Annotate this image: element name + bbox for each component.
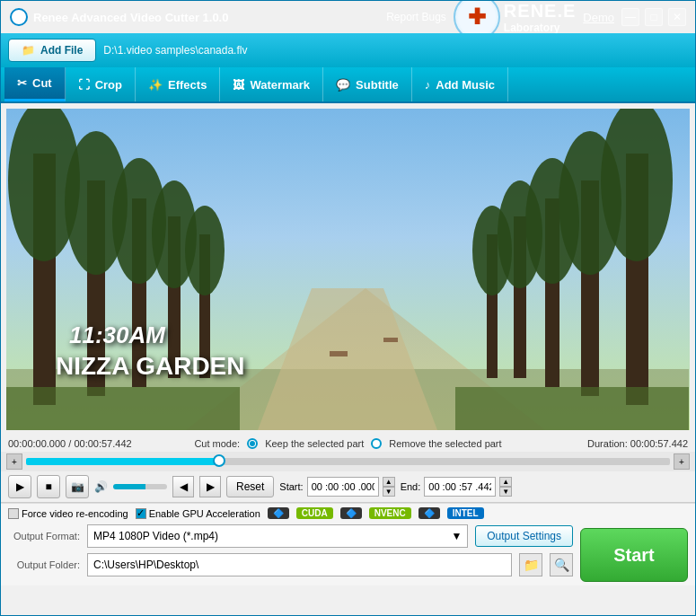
bottom-area: Force video re-encoding ✓ Enable GPU Acc… xyxy=(1,503,695,585)
volume-slider[interactable] xyxy=(113,484,167,489)
start-button[interactable]: Start xyxy=(580,528,688,582)
output-format-value: MP4 1080P Video (*.mp4) xyxy=(93,530,218,542)
keep-selected-label: Keep the selected part xyxy=(265,438,364,449)
remove-selected-radio[interactable] xyxy=(371,438,382,449)
output-folder-row: Output Folder: C:\Users\HP\Desktop\ 📁 🔍 xyxy=(8,553,573,576)
subtitle-label: Subtitle xyxy=(356,78,399,92)
end-time-input[interactable] xyxy=(424,477,496,497)
output-format-select[interactable]: MP4 1080P Video (*.mp4) ▼ xyxy=(87,524,468,548)
dropdown-arrow-icon: ▼ xyxy=(451,530,462,542)
add-music-label: Add Music xyxy=(436,78,495,92)
video-preview: 11:30AM NIZZA GARDEN xyxy=(6,109,690,430)
end-time-up[interactable]: ▲ xyxy=(499,477,512,487)
cut-mode-label: Cut mode: xyxy=(194,438,240,449)
gpu-acceleration-checkbox[interactable]: ✓ Enable GPU Acceleration xyxy=(136,508,260,519)
toolbar: ✂ Cut ⛶ Crop ✨ Effects 🖼 Watermark 💬 Sub… xyxy=(1,67,695,103)
playback-controls: ▶ ■ 📷 🔊 ◀ ▶ Reset Start: ▲ ▼ End: ▲ ▼ xyxy=(1,471,695,503)
svg-point-22 xyxy=(472,206,512,295)
add-file-button[interactable]: 📁 Add File xyxy=(8,39,96,62)
start-label: Start: xyxy=(279,481,303,492)
gpu-brand-icon: 🔷 xyxy=(268,507,289,519)
window-controls: — □ ✕ xyxy=(621,8,686,26)
svg-rect-25 xyxy=(383,338,398,342)
nvenc-icon: 🔷 xyxy=(340,507,362,519)
video-background xyxy=(6,109,690,430)
maximize-button[interactable]: □ xyxy=(645,8,663,26)
timeline-info: 00:00:00.000 / 00:00:57.442 Cut mode: Ke… xyxy=(1,436,695,452)
lab-name: Laboratory xyxy=(504,22,560,34)
stop-button[interactable]: ■ xyxy=(37,475,60,498)
play-button[interactable]: ▶ xyxy=(8,475,31,498)
main-window: Renee Advanced Video Cutter 1.0.0 Report… xyxy=(0,0,696,616)
svg-rect-26 xyxy=(6,387,240,430)
browse-folder-button[interactable]: 📁 xyxy=(519,553,542,576)
toolbar-effects[interactable]: ✨ Effects xyxy=(136,67,220,101)
effects-label: Effects xyxy=(168,78,207,92)
cut-icon: ✂ xyxy=(17,76,27,90)
renee-name: RENE.E xyxy=(504,1,576,22)
bottom-row: Force video re-encoding ✓ Enable GPU Acc… xyxy=(8,507,688,582)
output-settings-button[interactable]: Output Settings xyxy=(475,525,573,547)
svg-point-12 xyxy=(185,206,225,295)
start-time-down[interactable]: ▼ xyxy=(383,487,395,497)
cross-icon: ✚ xyxy=(468,4,486,30)
force-encoding-checkbox[interactable]: Force video re-encoding xyxy=(8,508,128,519)
seek-handle[interactable] xyxy=(213,454,225,467)
current-time: 00:00:00.000 xyxy=(8,438,66,449)
start-time-up[interactable]: ▲ xyxy=(383,477,395,487)
force-encoding-box xyxy=(8,508,19,519)
reset-button[interactable]: Reset xyxy=(226,476,274,497)
minimize-button[interactable]: — xyxy=(621,8,639,26)
seek-expand-left-button[interactable]: + xyxy=(6,453,22,470)
end-time-down[interactable]: ▼ xyxy=(499,487,512,497)
toolbar-subtitle[interactable]: 💬 Subtitle xyxy=(323,67,412,101)
report-bugs-label: Report Bugs xyxy=(386,11,446,23)
force-encoding-label: Force video re-encoding xyxy=(22,508,128,519)
video-trees-svg xyxy=(6,109,690,430)
output-format-row: Output Format: MP4 1080P Video (*.mp4) ▼… xyxy=(8,524,573,548)
duration-label: Duration: xyxy=(587,438,628,449)
prev-frame-button[interactable]: ◀ xyxy=(172,476,194,497)
output-folder-label: Output Folder: xyxy=(8,559,80,570)
demo-link[interactable]: Demo xyxy=(583,11,614,24)
nvenc-badge: NVENC xyxy=(369,507,411,519)
intel-icon: 🔷 xyxy=(418,507,440,519)
end-label: End: xyxy=(401,481,421,492)
app-title: Renee Advanced Video Cutter 1.0.0 xyxy=(33,11,228,24)
cut-mode-controls: Cut mode: Keep the selected part Remove … xyxy=(187,438,509,449)
title-bar-left: Renee Advanced Video Cutter 1.0.0 xyxy=(10,8,228,26)
file-bar: 📁 Add File D:\1.video samples\canada.flv xyxy=(1,33,695,67)
seek-bar[interactable] xyxy=(26,458,670,465)
music-icon: ♪ xyxy=(425,78,431,92)
search-folder-button[interactable]: 🔍 xyxy=(550,553,573,576)
toolbar-add-music[interactable]: ♪ Add Music xyxy=(412,67,508,101)
screenshot-button[interactable]: 📷 xyxy=(66,475,89,498)
svg-rect-24 xyxy=(330,351,348,356)
crop-label: Crop xyxy=(95,78,122,92)
start-time-input[interactable] xyxy=(307,477,379,497)
output-folder-input[interactable]: C:\Users\HP\Desktop\ xyxy=(87,553,512,576)
add-file-label: Add File xyxy=(40,44,83,57)
start-time-group: Start: ▲ ▼ xyxy=(279,477,394,497)
bottom-left: Force video re-encoding ✓ Enable GPU Acc… xyxy=(8,507,573,582)
close-button[interactable]: ✕ xyxy=(668,8,686,26)
toolbar-crop[interactable]: ⛶ Crop xyxy=(66,67,136,101)
end-time-spinner: ▲ ▼ xyxy=(499,477,512,497)
video-location: NIZZA GARDEN xyxy=(56,352,245,381)
toolbar-cut[interactable]: ✂ Cut xyxy=(4,67,66,101)
time-current-total: 00:00:00.000 / 00:00:57.442 xyxy=(8,438,169,449)
crop-icon: ⛶ xyxy=(78,78,90,92)
encoding-options: Force video re-encoding ✓ Enable GPU Acc… xyxy=(8,507,573,519)
toolbar-watermark[interactable]: 🖼 Watermark xyxy=(220,67,323,101)
seek-bar-container: + + xyxy=(1,452,695,471)
add-file-icon: 📁 xyxy=(22,44,35,57)
title-bar: Renee Advanced Video Cutter 1.0.0 Report… xyxy=(1,1,695,33)
total-time: 00:00:57.442 xyxy=(74,438,131,449)
volume-icon: 🔊 xyxy=(94,480,108,493)
cuda-badge: CUDA xyxy=(296,507,333,519)
intel-badge: INTEL xyxy=(447,507,484,519)
end-time-group: End: ▲ ▼ xyxy=(401,477,513,497)
next-frame-button[interactable]: ▶ xyxy=(199,476,221,497)
keep-selected-radio[interactable] xyxy=(247,438,258,449)
seek-expand-right-button[interactable]: + xyxy=(674,453,690,470)
